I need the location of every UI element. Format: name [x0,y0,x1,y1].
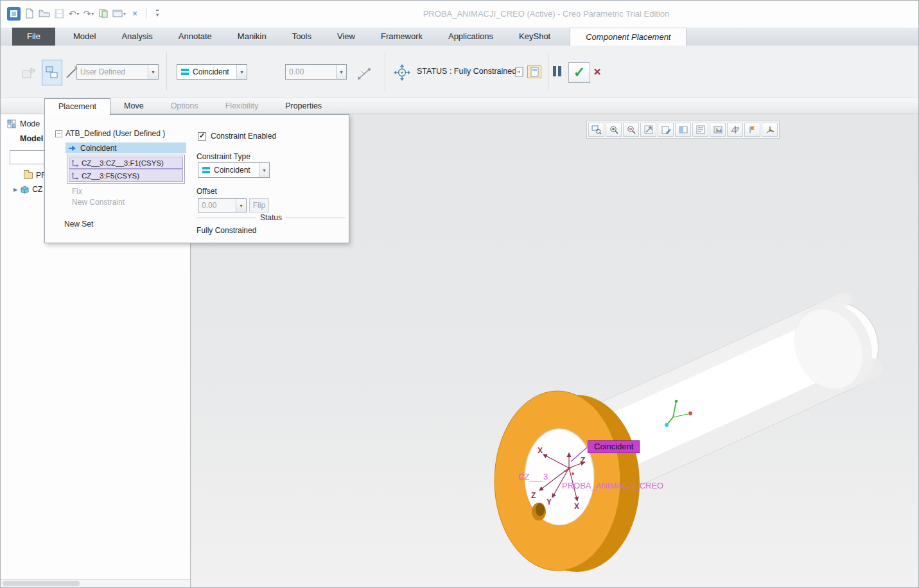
view-manager-button[interactable] [710,123,726,137]
undo-glyph: ↶ [69,8,76,19]
dashboard-tab-placement[interactable]: Placement [44,98,110,115]
assemble-component-icon[interactable] [17,60,40,85]
regenerate-icon[interactable] [98,7,109,20]
constraint-enabled-checkbox[interactable]: ✓ [198,132,206,141]
save-glyph [55,9,64,19]
undo-icon[interactable]: ↶▾ [68,7,80,20]
panel-offset-value: 0.00 [202,201,216,210]
tab-keyshot[interactable]: KeyShot [506,28,563,46]
new-set-option[interactable]: New Set [64,220,93,229]
ribbon: User Defined ▾ Coincident ▾ 0.00 ▾ STATU… [1,46,918,98]
customize-glyph: ▾ [156,10,159,18]
constraint-enabled-row[interactable]: ✓ Constraint Enabled [198,132,276,141]
placement-preset-combo[interactable]: User Defined ▾ [76,64,159,80]
tab-view[interactable]: View [324,28,368,46]
panel-constraint-type-combo[interactable]: Coincident ▾ [198,162,270,178]
regenerate-glyph [98,8,109,19]
redo-dropdown-icon[interactable]: ▾ [91,11,94,17]
zoom-in-button[interactable] [606,123,622,137]
reference-row[interactable]: CZ__3:F5(CSYS) [69,169,183,182]
display-style-button[interactable] [675,123,691,137]
datum-display-icon [730,125,740,135]
dashboard-tab-properties[interactable]: Properties [272,98,335,114]
tab-applications[interactable]: Applications [435,28,506,46]
redo-icon[interactable]: ↷▾ [83,7,94,20]
reference-row[interactable]: CZ__3:CZ__3:F1(CSYS) [69,157,183,169]
tab-framework[interactable]: Framework [368,28,435,46]
move-crosshair-glyph [394,64,410,81]
offset-combo[interactable]: 0.00 ▾ [285,64,347,80]
reference-label: CZ__3:CZ__3:F1(CSYS) [82,159,164,167]
collapse-icon[interactable]: − [55,130,62,137]
window-dropdown-icon[interactable]: ▾ [123,11,126,17]
titlebar: ↶▾ ↷▾ ▾ × ▾ PROBA_ANIMACJI_CREO (Active)… [1,1,918,28]
close-glyph: × [132,8,137,19]
app-button[interactable] [7,7,21,21]
open-file-icon[interactable] [39,7,50,20]
cancel-button[interactable]: × [590,64,604,80]
pause-button[interactable] [553,66,561,76]
model-tree-header[interactable]: Mode [7,119,40,128]
tab-component-placement[interactable]: Component Placement [570,28,687,46]
tab-file[interactable]: File [12,28,55,46]
customize-toolbar-icon[interactable]: ▾ [152,7,163,20]
drag-component-icon[interactable] [392,63,412,82]
sidebar-hscrollbar[interactable] [1,579,190,587]
coincident-constraint-tag[interactable]: Coincident [588,440,640,453]
group-separator [548,52,548,91]
constraint-type-combo[interactable]: Coincident ▾ [177,64,247,80]
zoom-out-button[interactable] [623,123,639,137]
preset-dropdown-icon[interactable]: ▾ [148,65,158,79]
status-text: STATUS : Fully Constrained [417,67,516,76]
annotation-display-button[interactable] [744,123,760,137]
tab-manikin[interactable]: Manikin [225,28,279,46]
zoom-window-button[interactable] [588,123,604,137]
window-switch-icon[interactable]: ▾ [112,7,126,20]
selected-constraint-row[interactable]: Coincident [66,143,186,153]
tab-annotate[interactable]: Annotate [166,28,225,46]
preset-value: User Defined [80,67,125,76]
in-graphics-toolbar [586,121,780,139]
constraint-dropdown-icon[interactable]: ▾ [236,65,247,79]
constraint-set-root[interactable]: − ATB_Defined (User Defined ) [55,129,165,138]
hscroll-thumb[interactable] [3,581,80,586]
close-window-icon[interactable]: × [129,7,141,20]
panel-offset-combo[interactable]: 0.00 ▾ [198,198,247,212]
placement-status-value: Fully Constrained [197,226,256,235]
constraint-enabled-label: Constraint Enabled [211,132,276,141]
offset-label: Offset [197,187,217,196]
model-tree-icon [7,119,16,128]
reference-label: CZ__3:F5(CSYS) [82,172,139,180]
expand-arrow-icon[interactable]: ▶ [13,187,17,193]
tab-tools[interactable]: Tools [279,28,324,46]
panel-offset-dropdown-icon[interactable]: ▾ [236,199,246,212]
current-constraint-arrow-icon [68,145,76,151]
flip-constraint-icon[interactable] [353,65,375,83]
refit-icon [643,125,654,135]
status-details-icon[interactable] [512,65,526,78]
new-file-icon[interactable] [24,7,35,20]
cancel-icon: × [593,65,600,79]
refit-button[interactable] [640,123,656,137]
user-defined-placement-icon[interactable] [42,60,62,85]
tab-model[interactable]: Model [60,28,109,46]
repaint-icon [661,125,671,135]
accept-button[interactable]: ✓ [568,62,590,83]
axis-label-x: X [538,446,543,455]
named-views-button[interactable] [692,123,708,137]
tab-analysis[interactable]: Analysis [109,28,165,46]
dashboard-tab-move[interactable]: Move [110,98,157,114]
spin-center-button[interactable] [762,123,778,137]
dashboard-panel-toggle-icon[interactable] [527,65,541,78]
offset-dropdown-icon[interactable]: ▾ [336,65,346,79]
dashboard-tab-options: Options [157,98,212,114]
undo-dropdown-icon[interactable]: ▾ [76,11,79,17]
separator-line [286,218,346,218]
datum-display-button[interactable] [727,123,743,137]
repaint-button[interactable] [658,123,674,137]
constraint-type-value: Coincident [193,67,229,76]
panel-constraint-dropdown-icon[interactable]: ▾ [259,163,269,177]
csys-reference-icon [71,159,79,167]
save-icon[interactable] [53,7,65,20]
tree-item-part[interactable]: ▶ CZ [13,185,42,194]
